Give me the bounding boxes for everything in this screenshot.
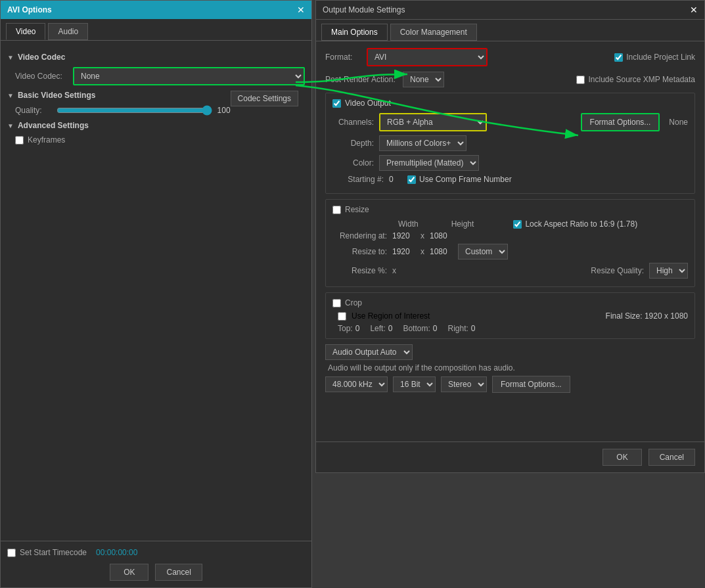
video-codec-arrow-icon: ▼ (7, 54, 14, 61)
resize-to-row: Resize to: 1920 x 1080 Custom (332, 244, 688, 260)
keyframes-checkbox[interactable] (15, 136, 24, 145)
basic-video-arrow-icon: ▼ (7, 92, 14, 99)
avi-close-button[interactable]: ✕ (297, 5, 305, 15)
output-titlebar: Output Module Settings ✕ (316, 1, 704, 20)
format-select[interactable]: AVI (368, 49, 486, 65)
final-size-label: Final Size: 1920 x 1080 (606, 311, 688, 321)
crop-vals-row: Top: 0 Left: 0 Bottom: 0 Right: 0 (332, 324, 688, 333)
advanced-label: Advanced Settings (18, 121, 89, 130)
quality-label: Quality: (15, 106, 51, 115)
right-val: 0 (471, 324, 476, 333)
resize-to-w: 1920 (392, 247, 415, 256)
resize-quality-row: Resize %: x Resize Quality: High (332, 263, 688, 279)
rendering-at-label: Rendering at: (338, 231, 387, 240)
crop-right: Right: 0 (447, 324, 475, 333)
left-label: Left: (370, 324, 385, 333)
resize-checkbox[interactable] (332, 206, 341, 214)
color-select[interactable]: Premultiplied (Matted) (379, 155, 479, 171)
depth-row: Depth: Millions of Colors+ (332, 135, 688, 151)
set-start-timecode-label: Set Start Timecode (20, 548, 87, 557)
height-col-label: Height (451, 219, 474, 229)
audio-bit-select[interactable]: 16 Bit (393, 376, 436, 392)
output-cancel-button[interactable]: Cancel (648, 449, 695, 466)
audio-output-select[interactable]: Audio Output Auto (325, 344, 413, 360)
format-options-green-wrapper: Format Options... (581, 113, 660, 131)
avi-title: AVI Options (7, 5, 52, 14)
audio-settings-row: 48.000 kHz 16 Bit Stereo Format Options.… (325, 376, 695, 393)
timecode-value: 00:00:00:00 (96, 548, 137, 557)
use-roi-checkbox[interactable] (338, 312, 346, 321)
rendering-w: 1920 (392, 231, 415, 240)
format-options-button[interactable]: Format Options... (582, 114, 659, 130)
rendering-at-row: Rendering at: 1920 x 1080 (332, 231, 688, 240)
bottom-label: Bottom: (403, 324, 430, 333)
format-label: Format: (325, 53, 361, 62)
avi-dialog: AVI Options ✕ Video Audio ▼ Video Codec … (0, 0, 312, 588)
lock-aspect-row: Lock Aspect Ratio to 16:9 (1.78) (513, 219, 637, 229)
audio-freq-select[interactable]: 48.000 kHz (325, 376, 388, 392)
set-start-timecode-checkbox[interactable] (7, 549, 16, 557)
video-codec-label: Video Codec (18, 53, 65, 62)
set-start-timecode-row: Set Start Timecode 00:00:00:00 (7, 548, 305, 557)
channels-label: Channels: (338, 118, 374, 127)
use-comp-frame-row: Use Comp Frame Number (407, 175, 512, 184)
include-project-link-label: Include Project Link (626, 53, 695, 62)
crop-section: Crop Use Region of Interest Final Size: … (325, 292, 695, 339)
avi-cancel-button[interactable]: Cancel (155, 564, 202, 581)
resize-quality-select[interactable]: High (649, 263, 688, 279)
include-project-link-checkbox[interactable] (614, 53, 623, 62)
tab-audio[interactable]: Audio (48, 23, 88, 40)
video-codec-field-row: Video Codec: None (7, 67, 305, 85)
post-render-row: Post-Render Action: None Include Source … (325, 72, 695, 87)
output-footer: OK Cancel (316, 441, 704, 472)
resize-quality-label-text: Resize Quality: (591, 266, 644, 275)
video-codec-section-header: ▼ Video Codec (7, 53, 305, 62)
audio-channels-select[interactable]: Stereo (441, 376, 487, 392)
lock-aspect-checkbox[interactable] (513, 220, 522, 229)
lock-aspect-label: Lock Aspect Ratio to 16:9 (1.78) (525, 219, 637, 229)
include-source-xmp-checkbox[interactable] (576, 76, 585, 84)
resize-to-h: 1080 (430, 247, 453, 256)
video-output-checkbox[interactable] (332, 99, 341, 108)
audio-note: Audio will be output only if the composi… (325, 363, 695, 373)
starting-value: 0 (389, 175, 402, 184)
include-source-xmp-label: Include Source XMP Metadata (588, 75, 695, 84)
include-project-link-row: Include Project Link (614, 53, 695, 62)
crop-top: Top: 0 (338, 324, 359, 333)
output-ok-button[interactable]: OK (603, 449, 641, 466)
post-render-select[interactable]: None (403, 72, 444, 87)
audio-format-options-wrapper: Format Options... (492, 376, 570, 393)
starting-row: Starting #: 0 Use Comp Frame Number (332, 175, 688, 184)
advanced-settings-header: ▼ Advanced Settings (7, 121, 305, 130)
top-val: 0 (355, 324, 360, 333)
resize-preset-select[interactable]: Custom (458, 244, 508, 260)
avi-ok-button[interactable]: OK (110, 564, 148, 581)
use-roi-row: Use Region of Interest Final Size: 1920 … (332, 311, 688, 321)
keyframes-label: Keyframes (28, 135, 65, 145)
tab-color-management[interactable]: Color Management (390, 24, 477, 41)
resize-to-label: Resize to: (338, 247, 387, 256)
channel-select-wrapper: RGB + Alpha (379, 113, 487, 131)
color-row: Color: Premultiplied (Matted) (332, 155, 688, 171)
crop-checkbox[interactable] (332, 299, 341, 307)
output-content: Format: AVI Include Project Link Post-Re… (316, 41, 704, 441)
avi-footer: Set Start Timecode 00:00:00:00 OK Cancel (1, 541, 311, 587)
output-close-button[interactable]: ✕ (690, 5, 698, 15)
resize-col-labels: Width Height Lock Aspect Ratio to 16:9 (… (332, 219, 688, 229)
avi-content: ▼ Video Codec Video Codec: None Codec Se… (1, 41, 311, 541)
tab-main-options[interactable]: Main Options (321, 24, 388, 41)
width-col-label: Width (398, 219, 419, 229)
quality-slider[interactable] (57, 105, 212, 116)
channel-select[interactable]: RGB + Alpha (380, 114, 486, 130)
use-comp-frame-checkbox[interactable] (407, 175, 416, 184)
codec-settings-button[interactable]: Codec Settings (231, 91, 298, 106)
format-row: Format: AVI Include Project Link (325, 48, 695, 66)
left-val: 0 (388, 324, 393, 333)
depth-select[interactable]: Millions of Colors+ (379, 135, 466, 151)
tab-video[interactable]: Video (6, 23, 45, 40)
output-dialog: Output Module Settings ✕ Main Options Co… (315, 0, 705, 473)
audio-format-options-button[interactable]: Format Options... (492, 376, 570, 393)
codec-field-label: Video Codec: (15, 72, 68, 81)
codec-select[interactable]: None (74, 68, 304, 84)
video-output-header: Video Output (332, 99, 688, 108)
